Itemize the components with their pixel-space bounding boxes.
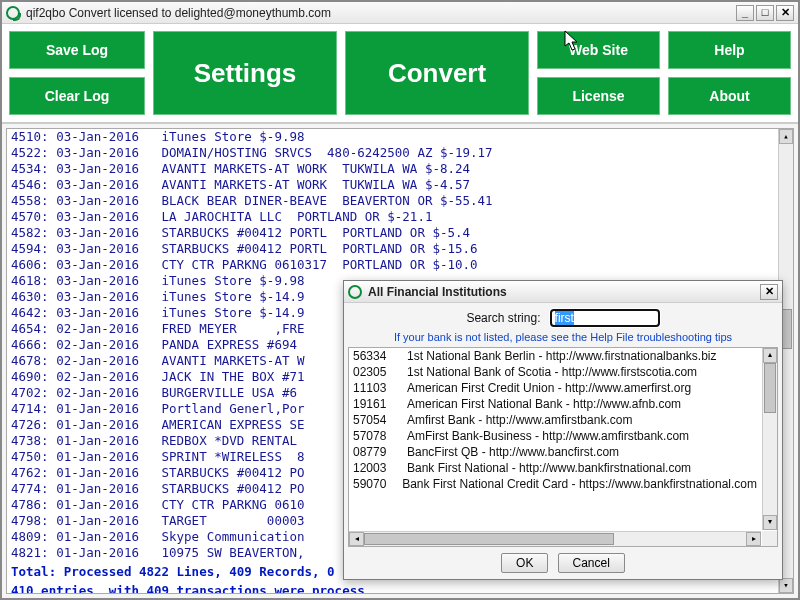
log-line: 4570: 03-Jan-2016 LA JAROCHITA LLC PORTL… bbox=[11, 209, 777, 225]
scroll-down-icon[interactable]: ▾ bbox=[779, 578, 793, 593]
search-row: Search string: bbox=[344, 303, 782, 329]
list-vscroll[interactable]: ▴ ▾ bbox=[762, 348, 777, 530]
log-line: 4546: 03-Jan-2016 AVANTI MARKETS-AT WORK… bbox=[11, 177, 777, 193]
scroll-down-icon[interactable]: ▾ bbox=[763, 515, 777, 530]
bank-name: American First Credit Union - http://www… bbox=[407, 381, 691, 395]
financial-institutions-dialog: All Financial Institutions ✕ Search stri… bbox=[343, 280, 783, 580]
settings-button[interactable]: Settings bbox=[152, 30, 338, 116]
bank-code: 57054 bbox=[353, 413, 399, 427]
bank-list: 563341st National Bank Berlin - http://w… bbox=[348, 347, 778, 547]
bank-name: American First National Bank - http://ww… bbox=[407, 397, 681, 411]
bank-name: Amfirst Bank - http://www.amfirstbank.co… bbox=[407, 413, 632, 427]
list-item[interactable]: 11103American First Credit Union - http:… bbox=[349, 380, 761, 396]
bank-code: 57078 bbox=[353, 429, 399, 443]
close-button[interactable]: ✕ bbox=[776, 5, 794, 21]
list-hscroll[interactable]: ◂ ▸ bbox=[349, 531, 761, 546]
dialog-title: All Financial Institutions bbox=[368, 285, 760, 299]
bank-name: 1st National Bank of Scotia - http://www… bbox=[407, 365, 697, 379]
bank-code: 12003 bbox=[353, 461, 399, 475]
scroll-left-icon[interactable]: ◂ bbox=[349, 532, 364, 546]
log-line: 4606: 03-Jan-2016 CTY CTR PARKNG 0610317… bbox=[11, 257, 777, 273]
list-item[interactable]: 023051st National Bank of Scotia - http:… bbox=[349, 364, 761, 380]
window-title: qif2qbo Convert licensed to delighted@mo… bbox=[26, 6, 736, 20]
scroll-corner bbox=[762, 531, 777, 546]
bank-code: 19161 bbox=[353, 397, 399, 411]
bank-name: BancFirst QB - http://www.bancfirst.com bbox=[407, 445, 619, 459]
bank-code: 56334 bbox=[353, 349, 399, 363]
bank-code: 08779 bbox=[353, 445, 399, 459]
log-line: 4510: 03-Jan-2016 iTunes Store $-9.98 bbox=[11, 129, 777, 145]
search-label: Search string: bbox=[466, 311, 540, 325]
bank-name: Bank First National - http://www.bankfir… bbox=[407, 461, 691, 475]
bank-name: 1st National Bank Berlin - http://www.fi… bbox=[407, 349, 716, 363]
list-item[interactable]: 57078AmFirst Bank-Business - http://www.… bbox=[349, 428, 761, 444]
bank-code: 02305 bbox=[353, 365, 399, 379]
bank-code: 11103 bbox=[353, 381, 399, 395]
search-input[interactable] bbox=[550, 309, 660, 327]
clear-log-button[interactable]: Clear Log bbox=[8, 76, 146, 116]
convert-button[interactable]: Convert bbox=[344, 30, 530, 116]
scroll-right-icon[interactable]: ▸ bbox=[746, 532, 761, 546]
list-item[interactable]: 59070Bank First National Credit Card - h… bbox=[349, 476, 761, 492]
toolbar: Save Log Clear Log Settings Convert Web … bbox=[2, 24, 798, 124]
ok-button[interactable]: OK bbox=[501, 553, 548, 573]
scroll-up-icon[interactable]: ▴ bbox=[779, 129, 793, 144]
log-line: 4522: 03-Jan-2016 DOMAIN/HOSTING SRVCS 4… bbox=[11, 145, 777, 161]
scroll-thumb[interactable] bbox=[764, 363, 776, 413]
list-item[interactable]: 12003Bank First National - http://www.ba… bbox=[349, 460, 761, 476]
bank-name: AmFirst Bank-Business - http://www.amfir… bbox=[407, 429, 689, 443]
dialog-icon bbox=[348, 285, 362, 299]
website-button[interactable]: Web Site bbox=[536, 30, 661, 70]
about-button[interactable]: About bbox=[667, 76, 792, 116]
license-button[interactable]: License bbox=[536, 76, 661, 116]
cancel-button[interactable]: Cancel bbox=[558, 553, 625, 573]
scroll-up-icon[interactable]: ▴ bbox=[763, 348, 777, 363]
save-log-button[interactable]: Save Log bbox=[8, 30, 146, 70]
log-line: 4534: 03-Jan-2016 AVANTI MARKETS-AT WORK… bbox=[11, 161, 777, 177]
list-item[interactable]: 19161American First National Bank - http… bbox=[349, 396, 761, 412]
log-summary: 410 entries, with 409 transactions were … bbox=[11, 580, 777, 594]
log-line: 4594: 03-Jan-2016 STARBUCKS #00412 PORTL… bbox=[11, 241, 777, 257]
bank-name: Bank First National Credit Card - https:… bbox=[402, 477, 757, 491]
minimize-button[interactable]: _ bbox=[736, 5, 754, 21]
maximize-button[interactable]: □ bbox=[756, 5, 774, 21]
dialog-hint: If your bank is not listed, please see t… bbox=[344, 329, 782, 347]
help-button[interactable]: Help bbox=[667, 30, 792, 70]
log-line: 4558: 03-Jan-2016 BLACK BEAR DINER-BEAVE… bbox=[11, 193, 777, 209]
bank-code: 59070 bbox=[353, 477, 394, 491]
list-item[interactable]: 08779BancFirst QB - http://www.bancfirst… bbox=[349, 444, 761, 460]
titlebar: qif2qbo Convert licensed to delighted@mo… bbox=[2, 2, 798, 24]
log-line: 4582: 03-Jan-2016 STARBUCKS #00412 PORTL… bbox=[11, 225, 777, 241]
bank-listbox[interactable]: 563341st National Bank Berlin - http://w… bbox=[349, 348, 761, 530]
scroll-thumb[interactable] bbox=[364, 533, 614, 545]
dialog-buttons: OK Cancel bbox=[344, 547, 782, 579]
app-icon bbox=[6, 6, 20, 20]
list-item[interactable]: 563341st National Bank Berlin - http://w… bbox=[349, 348, 761, 364]
dialog-titlebar: All Financial Institutions ✕ bbox=[344, 281, 782, 303]
list-item[interactable]: 57054Amfirst Bank - http://www.amfirstba… bbox=[349, 412, 761, 428]
dialog-close-button[interactable]: ✕ bbox=[760, 284, 778, 300]
